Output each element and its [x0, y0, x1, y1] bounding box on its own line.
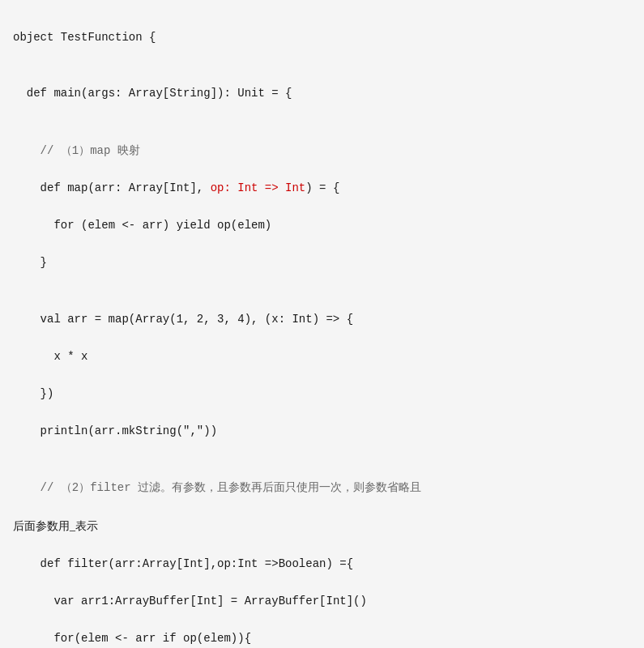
code-block: object TestFunction { def main(args: Arr…	[13, 10, 631, 648]
line-5: // （1）map 映射	[13, 141, 631, 160]
line-19: for(elem <- arr if op(elem)){	[13, 629, 631, 648]
line-6: def map(arr: Array[Int], op: Int => Int)…	[13, 179, 631, 198]
line-10: val arr = map(Array(1, 2, 3, 4), (x: Int…	[13, 310, 631, 329]
line-17: def filter(arr:Array[Int],op:Int =>Boole…	[13, 555, 631, 573]
line-1: object TestFunction {	[13, 28, 631, 47]
line-18: var arr1:ArrayBuffer[Int] = ArrayBuffer[…	[13, 592, 631, 611]
line-11: x * x	[13, 347, 631, 366]
line-16: 后面参数用_表示	[13, 517, 631, 536]
line-3: def main(args: Array[String]): Unit = {	[13, 84, 631, 103]
line-7: for (elem <- arr) yield op(elem)	[13, 216, 631, 235]
line-12: })	[13, 385, 631, 403]
line-8: }	[13, 254, 631, 272]
line-15: // （2）filter 过滤。有参数，且参数再后面只使用一次，则参数省略且	[13, 478, 631, 497]
line-13: println(arr.mkString(","))	[13, 422, 631, 441]
code-container: object TestFunction { def main(args: Arr…	[0, 0, 644, 648]
